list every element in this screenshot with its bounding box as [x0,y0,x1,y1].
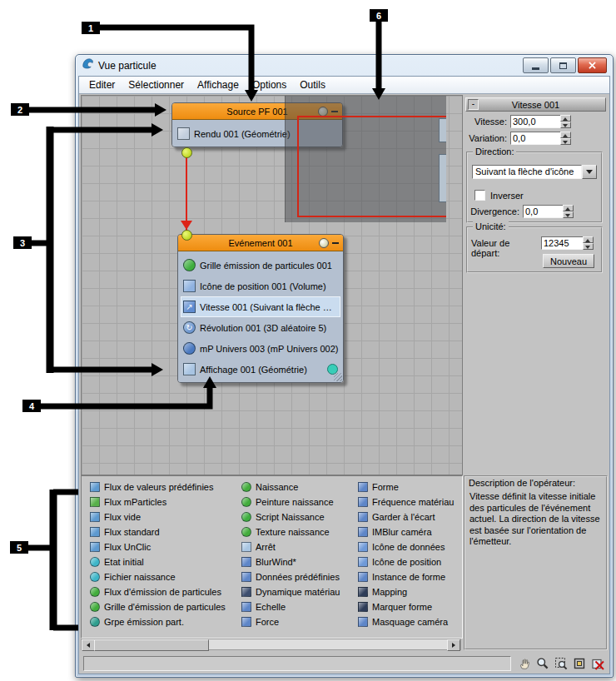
spin-up[interactable] [563,205,574,211]
depot-item[interactable]: Echelle [241,599,340,614]
node-header-controls [319,235,339,251]
variation-spinner[interactable] [560,132,571,145]
depot-item[interactable]: Fichier naissance [90,569,226,584]
collapse-icon[interactable] [332,242,339,244]
depot-item[interactable]: Texture naissance [241,524,340,539]
close-button[interactable] [578,57,607,73]
variation-field[interactable] [510,132,562,145]
seed-spinner[interactable] [583,236,594,250]
operator-row-vitesse-selected[interactable]: ↗ Vitesse 001 (Suivant la flèche … [181,296,340,317]
menu-selectionner[interactable]: Sélectionner [122,77,191,92]
maximize-button[interactable] [550,57,576,73]
minimize-button[interactable] [523,57,549,73]
depot-item[interactable]: Instance de forme [358,569,454,584]
operator-row-position[interactable]: Icône de position 001 (Volume) [181,276,340,296]
depot-item[interactable]: Naissance [241,480,340,495]
operator-row-mp-univers[interactable]: mP Univers 003 (mP Univers 002) [181,338,340,359]
depot-item[interactable]: Icône de données [358,539,454,554]
depot-item[interactable]: Script Naissance [241,510,340,524]
scrollbar-thumb[interactable] [94,639,209,651]
depot-item[interactable]: Etat initial [90,554,226,569]
spin-up[interactable] [560,115,571,122]
depot-item[interactable]: Flux standard [90,524,226,539]
menu-outils[interactable]: Outils [293,77,332,92]
depot-item[interactable]: IMBlur caméra [358,524,454,539]
depot-item[interactable]: Arrêt [241,539,340,554]
depot-item[interactable]: Garder à l'écart [358,510,454,524]
scroll-left-button[interactable] [82,639,95,651]
inverser-checkbox[interactable] [474,190,485,201]
spin-up[interactable] [560,132,571,138]
depot-item-label: Flux mParticles [104,497,166,507]
source-output-socket[interactable] [181,147,192,158]
direction-value: Suivant la flèche d'icône [472,165,582,179]
speed-spinner[interactable] [560,115,571,128]
divergence-spinner[interactable] [563,205,574,218]
depot-item[interactable]: Mapping [358,584,454,599]
operator-row-revolution[interactable]: ↻ Révolution 001 (3D aléatoire 5) [181,317,340,338]
depot-item[interactable]: Forme [358,480,454,495]
seed-field[interactable] [541,236,586,250]
depot-item[interactable]: Flux mParticles [90,495,226,510]
viewport-object [439,118,446,142]
divergence-field[interactable] [523,205,566,218]
operator-icon [241,572,251,582]
particle-view-window: Vue particule Editer Sélectionner Affich… [75,54,614,678]
depot-item[interactable]: Peinture naissance [241,495,340,510]
operator-icon [241,602,251,612]
depot-item[interactable]: Marquer forme [358,599,454,614]
event-input-socket[interactable] [181,230,192,241]
rollout-collapse-button[interactable]: - [468,99,479,110]
operator-row-grille[interactable]: Grille émission de particules 001 [181,255,340,276]
depot-item[interactable]: Flux vide [90,510,226,524]
depot-item[interactable]: Données prédéfinies [241,569,340,584]
depot-item[interactable]: Masquage caméra [358,614,454,629]
spin-up[interactable] [583,236,594,243]
depot-item[interactable]: Grpe émission part. [90,614,226,629]
zoom-extents-tool-button[interactable] [571,656,587,672]
depot-item-label: Etat initial [104,557,144,567]
depot-scrollbar[interactable] [81,639,461,650]
depot-item[interactable]: Grille d'émission de particules [90,599,226,614]
depot-item[interactable]: Flux UnClic [90,539,226,554]
depot-item[interactable]: Flux d'émission de particules [90,584,226,599]
speed-operator-icon: ↗ [183,301,196,313]
menu-affichage[interactable]: Affichage [191,77,246,92]
rollout-title: Vitesse 001 [512,100,559,110]
nouveau-button[interactable]: Nouveau [543,254,594,268]
node-evenement-001[interactable]: Evénement 001 Grille émission de particu… [177,234,344,383]
uniqueness-group: Unicité: Valeur de départ: Nouveau [466,226,603,273]
depot-item[interactable]: BlurWind* [241,554,340,569]
dropdown-button[interactable] [582,165,597,179]
depot-item[interactable]: Fréquence matériau [358,495,454,510]
depot-item-label: Fichier naissance [104,572,176,582]
spin-down[interactable] [560,138,571,145]
depot-item[interactable]: Force [241,614,340,629]
direction-dropdown[interactable]: Suivant la flèche d'icône [472,165,597,179]
depot-item[interactable]: Flux de valeurs prédéfinies [90,480,226,495]
scroll-right-button[interactable] [447,639,460,651]
depot-item[interactable]: Dynamique matériau [241,584,340,599]
spin-down[interactable] [560,122,571,128]
operator-row-affichage[interactable]: Affichage 001 (Géométrie) [181,359,340,380]
operator-icon [358,572,368,582]
lightbulb-icon[interactable] [319,238,329,248]
zoom-extents-selected-tool-button[interactable] [589,656,605,672]
operator-label: Révolution 001 (3D aléatoire 5) [200,323,326,333]
menu-options[interactable]: Options [246,77,293,92]
spin-down[interactable] [583,243,594,250]
event-canvas[interactable]: Source PF 001 Rendu 001 (Géométrie) [81,95,463,475]
depot-item-label: Flux d'émission de particules [104,587,221,597]
node-resize-grip[interactable] [334,373,342,381]
zoom-tool-button[interactable] [534,656,550,672]
menu-editer[interactable]: Editer [82,77,122,92]
operator-icon [90,542,100,552]
depot-item[interactable]: Icône de position [358,554,454,569]
titlebar[interactable]: Vue particule [76,55,613,76]
pan-tool-button[interactable] [516,656,532,672]
node-header[interactable]: Evénement 001 [178,235,343,251]
rollout-header-vitesse[interactable]: - Vitesse 001 [465,97,606,112]
region-zoom-tool-button[interactable] [553,656,569,672]
spin-down[interactable] [563,211,574,218]
speed-field[interactable] [510,115,562,128]
